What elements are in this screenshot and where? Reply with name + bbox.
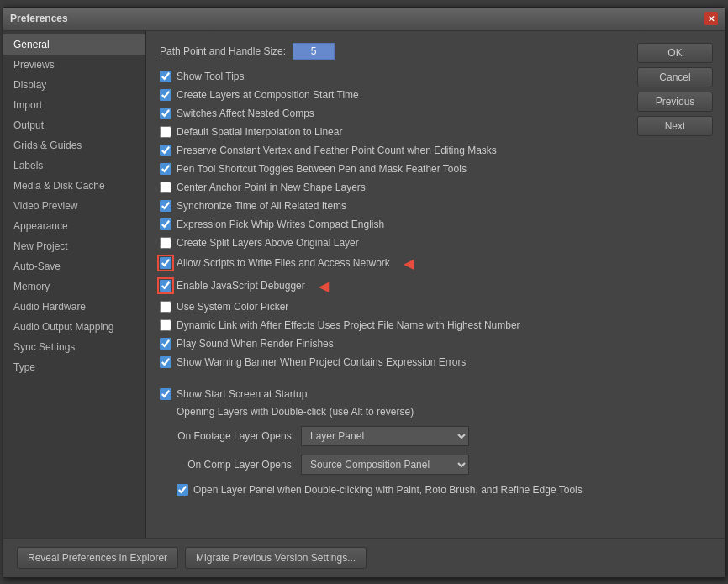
checkbox-label-dynamic_link: Dynamic Link with After Effects Uses Pro… [177,319,520,331]
migrate-button[interactable]: Migrate Previous Version Settings... [185,547,367,569]
checkbox-default_spatial[interactable] [160,126,171,138]
sidebar-item-media---disk-cache[interactable]: Media & Disk Cache [3,176,145,196]
next-button[interactable]: Next [637,116,713,136]
checkbox-show_tool_tips[interactable] [160,71,171,82]
path-point-input[interactable] [293,43,335,60]
checkbox-row-pen_tool: Pen Tool Shortcut Toggles Between Pen an… [160,162,711,176]
sidebar-item-audio-hardware[interactable]: Audio Hardware [3,297,145,317]
sidebar-item-output[interactable]: Output [3,115,145,135]
checkbox-label-switches_affect: Switches Affect Nested Comps [177,108,314,119]
checkbox-label-create_layers: Create Layers at Composition Start Time [177,89,359,101]
checkbox-label-center_anchor: Center Anchor Point in New Shape Layers [177,182,366,193]
checkbox-row-create_split: Create Split Layers Above Original Layer [160,236,711,250]
sidebar-item-sync-settings[interactable]: Sync Settings [3,337,145,357]
checkbox-open-layer-panel[interactable] [177,484,188,496]
section-divider [160,374,711,382]
open-layer-panel-label: Open Layer Panel when Double-clicking wi… [193,484,583,496]
checkbox-pen_tool[interactable] [160,163,171,175]
ok-button[interactable]: OK [637,43,713,63]
checkbox-label-show_warning: Show Warning Banner When Project Contain… [177,356,466,368]
checkbox-create_layers[interactable] [160,89,171,101]
checkbox-label-synchronize_time: Synchronize Time of All Related Items [177,200,346,212]
previous-button[interactable]: Previous [637,92,713,112]
checkbox-expression_pick[interactable] [160,218,171,230]
checkbox-synchronize_time[interactable] [160,200,171,212]
show-start-screen-label: Show Start Screen at Startup [177,388,307,400]
sidebar-item-new-project[interactable]: New Project [3,236,145,256]
path-point-label: Path Point and Handle Size: [160,45,286,57]
checkbox-dynamic_link[interactable] [160,319,171,331]
checkbox-label-expression_pick: Expression Pick Whip Writes Compact Engl… [177,218,384,230]
sidebar-item-audio-output-mapping[interactable]: Audio Output Mapping [3,317,145,337]
cancel-button[interactable]: Cancel [637,67,713,87]
close-button[interactable]: ✕ [704,12,718,25]
checkbox-label-use_system_color: Use System Color Picker [177,301,288,313]
checkbox-label-play_sound: Play Sound When Render Finishes [177,338,334,350]
reveal-button[interactable]: Reveal Preferences in Explorer [17,547,178,569]
checkbox-row-switches_affect: Switches Affect Nested Comps [160,107,711,120]
checkbox-row-create_layers: Create Layers at Composition Start Time [160,88,711,102]
checkbox-create_split[interactable] [160,237,171,249]
checkbox-label-show_tool_tips: Show Tool Tips [177,71,245,82]
sidebar: GeneralPreviewsDisplayImportOutputGrids … [3,31,146,538]
checkbox-row-expression_pick: Expression Pick Whip Writes Compact Engl… [160,218,711,231]
checkbox-row-play_sound: Play Sound When Render Finishes [160,337,711,350]
checkbox-use_system_color[interactable] [160,301,171,313]
checkbox-row-center_anchor: Center Anchor Point in New Shape Layers [160,181,711,194]
sidebar-item-memory[interactable]: Memory [3,276,145,297]
comp-layer-label: On Comp Layer Opens: [177,459,294,471]
sidebar-item-video-preview[interactable]: Video Preview [3,196,145,216]
checkbox-row-enable_js: Enable JavaScript Debugger◀ [160,277,711,295]
comp-layer-row: On Comp Layer Opens:Source Composition P… [177,455,711,475]
checkbox-row-preserve_constant: Preserve Constant Vertex and Feather Poi… [160,144,711,157]
checkbox-label-enable_js: Enable JavaScript Debugger [177,280,305,292]
checkbox-row-show-start-screen: Show Start Screen at Startup [160,387,711,401]
footage-layer-select[interactable]: Layer PanelSource Composition Panel [301,426,469,446]
sidebar-item-auto-save[interactable]: Auto-Save [3,256,145,276]
footage-layer-row: On Footage Layer Opens:Layer PanelSource… [177,426,711,446]
checkbox-row-open-layer-panel: Open Layer Panel when Double-clicking wi… [177,483,711,497]
dialog-body: GeneralPreviewsDisplayImportOutputGrids … [3,31,725,538]
arrow-annotation-enable_js: ◀ [319,278,329,294]
main-content: OK Cancel Previous Next Path Point and H… [146,31,725,538]
sidebar-item-appearance[interactable]: Appearance [3,216,145,236]
checkbox-row-default_spatial: Default Spatial Interpolation to Linear [160,125,711,139]
sidebar-item-previews[interactable]: Previews [3,55,145,75]
checkbox-row-dynamic_link: Dynamic Link with After Effects Uses Pro… [160,318,711,332]
dialog-title: Preferences [10,13,68,24]
checkbox-play_sound[interactable] [160,338,171,350]
path-point-row: Path Point and Handle Size: [160,43,619,60]
checkbox-label-preserve_constant: Preserve Constant Vertex and Feather Poi… [177,145,497,156]
preferences-dialog: Preferences ✕ GeneralPreviewsDisplayImpo… [3,7,725,578]
bottom-buttons: Reveal Preferences in Explorer Migrate P… [3,538,725,577]
checkbox-enable_js[interactable] [160,280,171,292]
opening-layers-label: Opening Layers with Double-click (use Al… [177,406,711,418]
sidebar-item-type[interactable]: Type [3,357,145,377]
checkbox-label-create_split: Create Split Layers Above Original Layer [177,237,359,249]
checkbox-row-synchronize_time: Synchronize Time of All Related Items [160,199,711,213]
right-buttons: OK Cancel Previous Next [637,43,713,136]
checkbox-label-default_spatial: Default Spatial Interpolation to Linear [177,126,342,138]
sidebar-item-display[interactable]: Display [3,75,145,95]
checkbox-row-allow_scripts: Allow Scripts to Write Files and Access … [160,255,711,272]
checkbox-show-start-screen[interactable] [160,388,171,400]
checkbox-switches_affect[interactable] [160,108,171,119]
comp-layer-select[interactable]: Source Composition PanelLayer Panel [301,455,469,475]
checkbox-show_warning[interactable] [160,356,171,368]
sidebar-item-import[interactable]: Import [3,95,145,115]
sidebar-item-general[interactable]: General [3,34,145,55]
checkbox-label-allow_scripts: Allow Scripts to Write Files and Access … [177,257,390,269]
checkbox-allow_scripts[interactable] [160,257,171,269]
sidebar-item-grids---guides[interactable]: Grids & Guides [3,135,145,155]
footage-layer-label: On Footage Layer Opens: [177,430,294,442]
checkbox-center_anchor[interactable] [160,182,171,193]
checkbox-row-show_warning: Show Warning Banner When Project Contain… [160,355,711,369]
sidebar-item-labels[interactable]: Labels [3,155,145,176]
checkbox-row-use_system_color: Use System Color Picker [160,300,711,313]
checkbox-preserve_constant[interactable] [160,145,171,156]
title-bar: Preferences ✕ [3,8,725,31]
arrow-annotation-allow_scripts: ◀ [404,255,414,271]
checkbox-label-pen_tool: Pen Tool Shortcut Toggles Between Pen an… [177,163,467,175]
checkbox-row-show_tool_tips: Show Tool Tips [160,70,711,83]
